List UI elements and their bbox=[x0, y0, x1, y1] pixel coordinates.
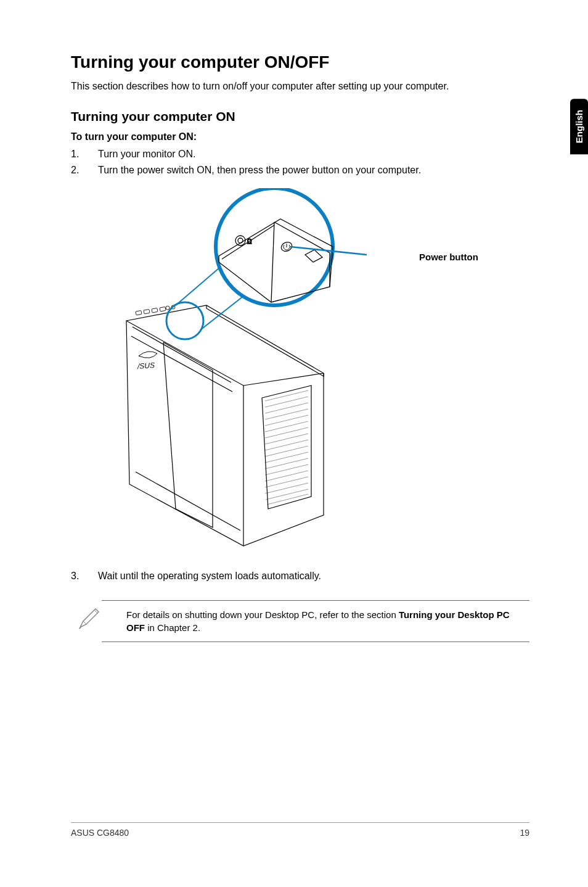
svg-line-12 bbox=[265, 464, 308, 475]
computer-diagram: /SUS Ω bbox=[89, 188, 472, 552]
step-text: Turn the power switch ON, then press the… bbox=[98, 165, 421, 176]
step-item: 3. Wait until the operating system loads… bbox=[71, 571, 529, 582]
subhead: To turn your computer ON: bbox=[71, 131, 529, 142]
svg-line-6 bbox=[265, 427, 308, 438]
step-item: 2. Turn the power switch ON, then press … bbox=[71, 165, 529, 176]
power-button-label: Power button bbox=[419, 252, 478, 262]
svg-line-14 bbox=[265, 477, 308, 487]
step-number: 3. bbox=[71, 571, 98, 582]
pencil-icon bbox=[77, 606, 102, 630]
svg-line-27 bbox=[176, 268, 219, 305]
step-text: Wait until the operating system loads au… bbox=[98, 571, 321, 582]
page-content: Turning your computer ON/OFF This sectio… bbox=[0, 0, 588, 642]
svg-line-28 bbox=[200, 296, 243, 330]
note-box: For details on shutting down your Deskto… bbox=[102, 600, 529, 642]
svg-line-4 bbox=[265, 415, 308, 426]
svg-line-16 bbox=[266, 489, 308, 500]
svg-line-8 bbox=[265, 440, 308, 450]
step-number: 1. bbox=[71, 149, 98, 160]
svg-line-5 bbox=[265, 421, 308, 432]
svg-line-15 bbox=[265, 483, 308, 493]
svg-rect-20 bbox=[152, 308, 158, 312]
step-text: Turn your monitor ON. bbox=[98, 149, 196, 160]
page-footer: ASUS CG8480 19 bbox=[71, 822, 529, 838]
diagram-area: /SUS Ω bbox=[71, 188, 529, 552]
svg-line-10 bbox=[265, 452, 308, 463]
svg-line-1 bbox=[265, 397, 308, 407]
footer-page-number: 19 bbox=[520, 828, 529, 838]
svg-line-11 bbox=[265, 458, 308, 469]
language-tab: English bbox=[570, 99, 588, 154]
intro-text: This section describes how to turn on/of… bbox=[71, 81, 529, 92]
step-number: 2. bbox=[71, 165, 98, 176]
svg-point-24 bbox=[166, 302, 203, 339]
svg-text:/SUS: /SUS bbox=[137, 361, 155, 371]
section-title: Turning your computer ON bbox=[71, 109, 529, 124]
svg-point-26 bbox=[216, 188, 333, 305]
svg-rect-18 bbox=[136, 310, 142, 315]
steps-list-continued: 3. Wait until the operating system loads… bbox=[71, 571, 529, 582]
step-item: 1. Turn your monitor ON. bbox=[71, 149, 529, 160]
svg-point-22 bbox=[166, 306, 169, 310]
page-title: Turning your computer ON/OFF bbox=[71, 52, 529, 72]
svg-rect-19 bbox=[144, 309, 150, 313]
note-prefix: For details on shutting down your Deskto… bbox=[126, 609, 399, 620]
svg-line-7 bbox=[265, 434, 308, 444]
svg-text:Ω: Ω bbox=[247, 238, 252, 245]
note-suffix: in Chapter 2. bbox=[145, 622, 200, 633]
svg-line-9 bbox=[265, 446, 308, 456]
svg-line-2 bbox=[265, 403, 308, 413]
svg-line-3 bbox=[265, 409, 308, 419]
steps-list: 1. Turn your monitor ON. 2. Turn the pow… bbox=[71, 149, 529, 176]
svg-rect-21 bbox=[160, 307, 166, 311]
svg-line-13 bbox=[265, 471, 308, 481]
footer-model: ASUS CG8480 bbox=[71, 828, 129, 838]
